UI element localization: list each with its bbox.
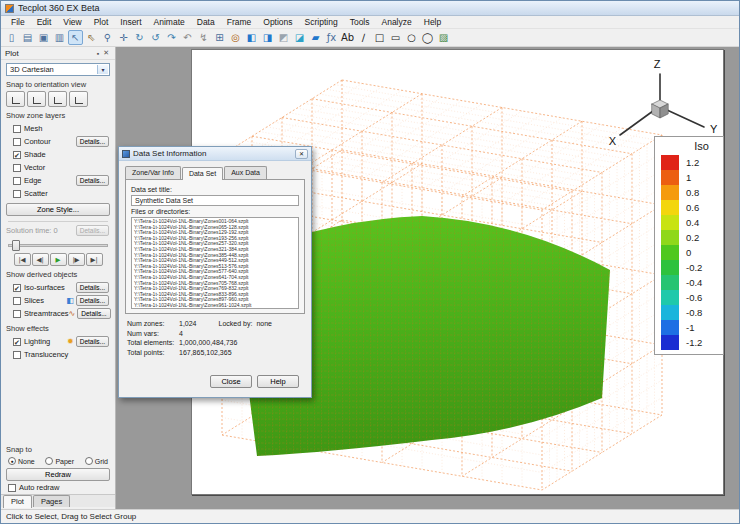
ellipse-tool-icon[interactable]: ◯: [420, 30, 435, 45]
chart-tool-icon[interactable]: ▰: [308, 30, 323, 45]
checkbox[interactable]: [13, 164, 21, 172]
snap-radio[interactable]: Grid: [85, 457, 108, 465]
dataset-title-field[interactable]: Synthetic Data Set: [131, 195, 299, 206]
menu-item[interactable]: Data: [191, 16, 221, 28]
fit-view-icon[interactable]: ⊞: [212, 30, 227, 45]
prev-frame-button[interactable]: ◀|: [32, 253, 49, 266]
menu-item[interactable]: File: [5, 16, 31, 28]
menu-item[interactable]: Plot: [88, 16, 115, 28]
details-button[interactable]: Details...: [76, 295, 109, 306]
orientation-view-rotate-button[interactable]: [69, 91, 88, 107]
derived-objects-list: ✔ Iso-surfaces Details... Slices ◧ Detai…: [6, 281, 110, 320]
zoom-tool-icon[interactable]: ⚲: [100, 30, 115, 45]
orientation-view-1-button[interactable]: [6, 91, 25, 107]
circle-tool-icon[interactable]: ○: [404, 30, 419, 45]
close-button[interactable]: Close: [210, 375, 252, 388]
plot-panel-header: Plot ▪ ✕: [1, 47, 115, 60]
menu-item[interactable]: Frame: [221, 16, 258, 28]
slider-thumb[interactable]: [12, 240, 20, 251]
new-file-icon[interactable]: ▯: [4, 30, 19, 45]
dialog-tab[interactable]: Aux Data: [224, 166, 267, 179]
checkbox[interactable]: ✔: [13, 151, 21, 159]
menu-item[interactable]: Tools: [344, 16, 376, 28]
dialog-tab[interactable]: Zone/Var Info: [125, 166, 181, 179]
details-button[interactable]: Details...: [77, 308, 110, 319]
file-list-item[interactable]: Y:\Tetra-1t-1024Vol-1NL-Binary\Zones961-…: [134, 303, 298, 309]
window-title: Tecplot 360 EX Beta: [18, 3, 100, 13]
streamtraces-icon[interactable]: ∿: [69, 309, 76, 318]
sidebar-tab[interactable]: Pages: [33, 495, 70, 507]
checkbox[interactable]: [13, 138, 21, 146]
plot-type-select[interactable]: 3D Cartesian ▾: [6, 63, 110, 76]
derived-object-label: Streamtraces: [24, 309, 69, 318]
last-frame-button[interactable]: ▶|: [86, 253, 103, 266]
snap-radio[interactable]: Paper: [45, 457, 74, 465]
square-tool-icon[interactable]: □: [372, 30, 387, 45]
menu-item[interactable]: Help: [418, 16, 447, 28]
snap-radio[interactable]: ● None: [8, 457, 35, 465]
translate-tool-icon[interactable]: ✛: [116, 30, 131, 45]
auto-redraw-checkbox[interactable]: [8, 484, 16, 492]
next-frame-button[interactable]: |▶: [68, 253, 85, 266]
redraw-button[interactable]: Redraw: [6, 468, 110, 481]
save-icon[interactable]: ▣: [36, 30, 51, 45]
menu-item[interactable]: Scripting: [299, 16, 344, 28]
checkbox[interactable]: [13, 125, 21, 133]
menu-item[interactable]: Options: [257, 16, 298, 28]
contour-tool-icon[interactable]: ◨: [260, 30, 275, 45]
dialog-tab[interactable]: Data Set: [182, 167, 223, 180]
checkbox[interactable]: [13, 177, 21, 185]
help-button[interactable]: Help: [257, 375, 299, 388]
line-tool-icon[interactable]: ∕: [356, 30, 371, 45]
rect-tool-icon[interactable]: ▭: [388, 30, 403, 45]
solution-time-slider[interactable]: [8, 239, 108, 251]
menu-item[interactable]: Insert: [114, 16, 147, 28]
slices-icon[interactable]: ◧: [66, 296, 74, 305]
details-button[interactable]: Details...: [76, 136, 109, 147]
streamtrace-tool-icon[interactable]: ◪: [292, 30, 307, 45]
checkbox[interactable]: [13, 190, 21, 198]
menu-item[interactable]: Edit: [31, 16, 58, 28]
checkbox[interactable]: [13, 351, 21, 359]
function-icon[interactable]: ƒx: [324, 30, 339, 45]
probe-tool-icon[interactable]: ◎: [228, 30, 243, 45]
menu-item[interactable]: View: [57, 16, 87, 28]
x-axis-label: X: [609, 135, 617, 147]
rotate-twist-icon[interactable]: ↷: [164, 30, 179, 45]
select-tool-icon[interactable]: ↖: [68, 30, 83, 45]
legend-tick-label: 0.8: [679, 187, 699, 198]
rotate-rollerball-icon[interactable]: ↺: [148, 30, 163, 45]
image-tool-icon[interactable]: ▨: [436, 30, 451, 45]
close-panel-icon[interactable]: ✕: [101, 49, 111, 57]
dialog-title-bar[interactable]: Data Set Information ✕: [119, 147, 311, 161]
checkbox[interactable]: ✔: [13, 284, 21, 292]
iso-surface-tool-icon[interactable]: ◩: [276, 30, 291, 45]
lighting-icon[interactable]: ✹: [67, 337, 74, 346]
menu-bar: FileEditViewPlotInsertAnimateDataFrameOp…: [1, 16, 739, 29]
open-file-icon[interactable]: ▤: [20, 30, 35, 45]
menu-item[interactable]: Animate: [148, 16, 191, 28]
rotate-sphere-icon[interactable]: ↻: [132, 30, 147, 45]
adjust-tool-icon[interactable]: ⇖: [84, 30, 99, 45]
files-listbox[interactable]: Y:\Tetra-1t-1024Vol-1NL-Binary\Zones001-…: [131, 217, 299, 309]
sidebar-tab[interactable]: Plot: [3, 495, 32, 508]
rotate-y-icon[interactable]: ↯: [196, 30, 211, 45]
details-button[interactable]: Details...: [76, 282, 109, 293]
dialog-close-icon[interactable]: ✕: [295, 149, 308, 159]
checkbox[interactable]: [13, 310, 21, 318]
first-frame-button[interactable]: |◀: [14, 253, 31, 266]
zone-style-button[interactable]: Zone Style...: [6, 203, 110, 216]
play-button[interactable]: ▶: [50, 253, 67, 266]
checkbox[interactable]: [13, 297, 21, 305]
rotate-x-icon[interactable]: ↶: [180, 30, 195, 45]
solution-time-details-button[interactable]: Details...: [76, 225, 109, 236]
text-tool-icon[interactable]: Ab: [340, 30, 355, 45]
details-button[interactable]: Details...: [76, 336, 109, 347]
print-icon[interactable]: ▥: [52, 30, 67, 45]
orientation-view-3-button[interactable]: [48, 91, 67, 107]
details-button[interactable]: Details...: [76, 175, 109, 186]
slice-tool-icon[interactable]: ◧: [244, 30, 259, 45]
orientation-view-2-button[interactable]: [27, 91, 46, 107]
menu-item[interactable]: Analyze: [376, 16, 418, 28]
checkbox[interactable]: ✔: [13, 338, 21, 346]
